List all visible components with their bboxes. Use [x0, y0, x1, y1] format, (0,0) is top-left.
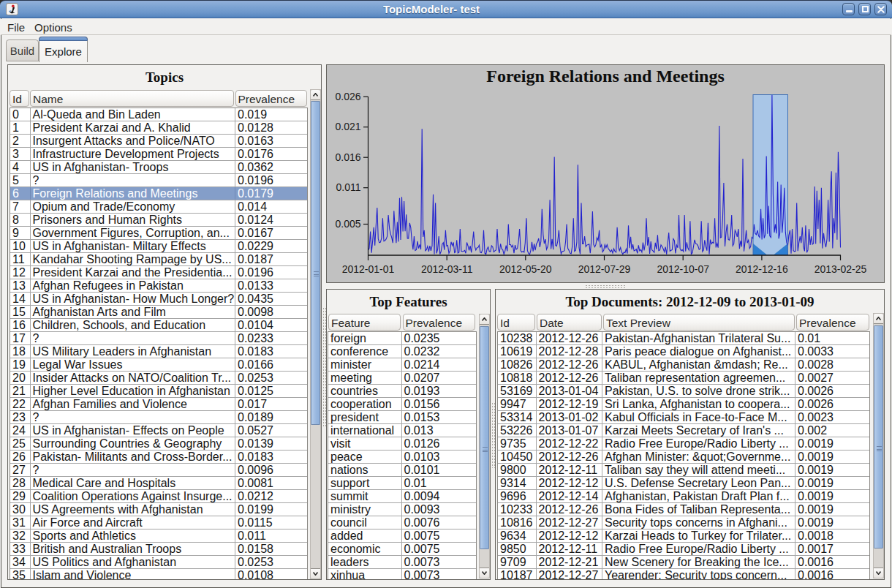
svg-text:0.026: 0.026 — [335, 91, 360, 102]
svg-text:0.021: 0.021 — [335, 121, 360, 132]
svg-text:2012-07-29: 2012-07-29 — [578, 263, 631, 275]
svg-text:2013-02-25: 2013-02-25 — [814, 263, 867, 275]
svg-text:2012-01-01: 2012-01-01 — [342, 263, 395, 275]
svg-text:0.016: 0.016 — [335, 151, 360, 163]
svg-text:0.011: 0.011 — [336, 181, 361, 193]
svg-text:2012-10-07: 2012-10-07 — [657, 263, 709, 275]
svg-text:2012-05-20: 2012-05-20 — [499, 263, 552, 275]
svg-text:0.005: 0.005 — [335, 218, 360, 230]
svg-text:2012-03-11: 2012-03-11 — [421, 263, 473, 275]
svg-text:2012-12-16: 2012-12-16 — [736, 263, 788, 275]
